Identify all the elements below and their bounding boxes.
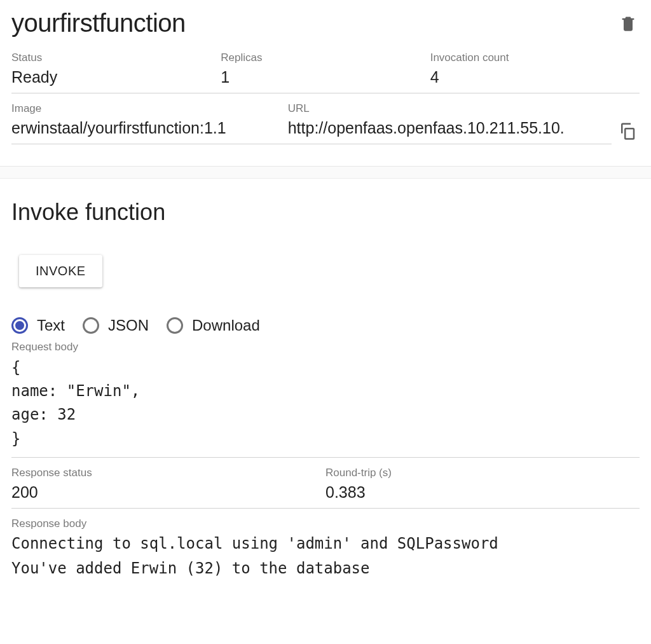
function-header: yourfirstfunction Status Ready Replicas … [0,0,651,144]
request-body-field: Request body { name: "Erwin", age: 32 } [11,341,640,458]
radio-icon [11,317,28,334]
image-field: Image erwinstaal/yourfirstfunction:1.1 [11,102,288,144]
invocation-count-value: 4 [430,68,640,86]
round-trip-field: Round-trip (s) 0.383 [326,467,640,509]
title-row: yourfirstfunction [11,9,640,38]
replicas-value: 1 [221,68,430,86]
image-label: Image [11,102,288,115]
response-status-field: Response status 200 [11,467,326,509]
invocation-count-label: Invocation count [430,51,640,64]
image-url-row: Image erwinstaal/yourfirstfunction:1.1 U… [11,102,640,144]
image-value: erwinstaal/yourfirstfunction:1.1 [11,119,288,137]
request-body-input[interactable]: { name: "Erwin", age: 32 } [11,355,640,458]
trash-icon [619,15,637,32]
response-status-value: 200 [11,483,326,502]
url-field: URL http://openfaas.openfaas.10.211.55.1… [288,102,612,144]
radio-json-label: JSON [108,317,149,334]
copy-url-button[interactable] [612,121,640,144]
response-body-field: Response body Connecting to sql.local us… [11,517,640,582]
invocation-count-field: Invocation count 4 [430,51,640,93]
response-body-label: Response body [11,517,640,530]
copy-icon [618,121,637,140]
replicas-field: Replicas 1 [221,51,430,93]
section-divider [0,166,651,179]
radio-download[interactable]: Download [167,317,260,334]
status-field: Status Ready [11,51,221,93]
radio-json[interactable]: JSON [83,317,149,334]
radio-text[interactable]: Text [11,317,65,334]
function-title: yourfirstfunction [11,9,186,38]
radio-icon [83,317,99,334]
delete-button[interactable] [617,12,640,35]
url-label: URL [288,102,612,115]
request-body-label: Request body [11,341,640,353]
invoke-section: Invoke function INVOKE Text JSON Downloa… [0,179,651,607]
status-value: Ready [11,68,221,86]
invoke-button[interactable]: INVOKE [19,255,102,287]
round-trip-value: 0.383 [326,483,640,502]
radio-text-label: Text [37,317,65,334]
response-body-value: Connecting to sql.local using 'admin' an… [11,531,640,582]
radio-download-label: Download [192,317,260,334]
round-trip-label: Round-trip (s) [326,467,640,479]
response-status-label: Response status [11,467,326,479]
url-value: http://openfaas.openfaas.10.211.55.10. [288,119,612,137]
response-meta-row: Response status 200 Round-trip (s) 0.383 [11,467,640,509]
status-label: Status [11,51,221,64]
stats-row: Status Ready Replicas 1 Invocation count… [11,51,640,93]
svg-rect-0 [625,128,634,139]
replicas-label: Replicas [221,51,430,64]
output-format-radio-group: Text JSON Download [11,317,640,334]
radio-icon [167,317,183,334]
invoke-section-title: Invoke function [11,199,640,226]
